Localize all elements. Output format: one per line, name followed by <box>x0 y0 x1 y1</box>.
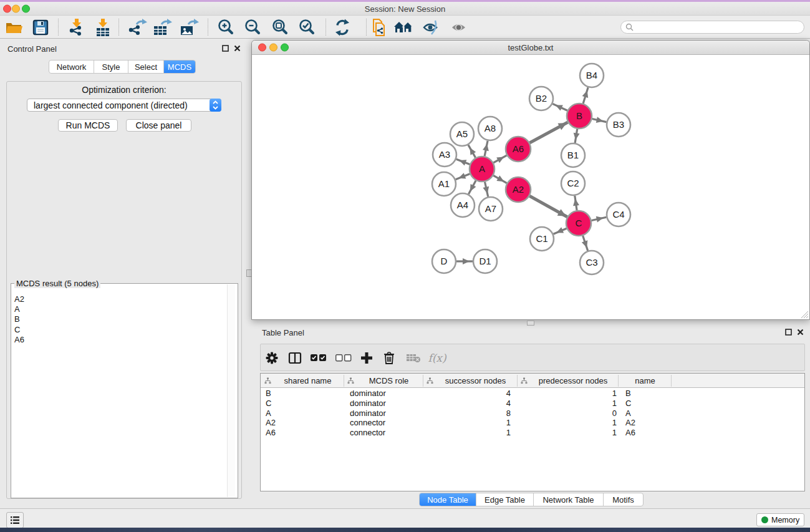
table-row[interactable]: A6connector11A6 <box>261 428 806 438</box>
tab-motifs[interactable]: Motifs <box>604 493 643 506</box>
graph-node-label: A <box>479 163 485 174</box>
column-separator <box>344 375 344 387</box>
zoom-selected-icon[interactable] <box>296 17 317 37</box>
zoom-out-icon[interactable] <box>242 17 263 37</box>
graph-node-label: A6 <box>513 143 524 154</box>
delete-rows-icon[interactable] <box>378 348 400 368</box>
tab-mcds[interactable]: MCDS <box>164 60 195 73</box>
mcds-result-item[interactable]: A2 <box>14 294 24 304</box>
graph-node-label: A1 <box>438 178 450 189</box>
table-row[interactable]: A2connector11A2 <box>261 418 806 428</box>
network-window: testGlobe.txt B4B2BB3A5A8A6B1A3AC2A1A2A4… <box>251 40 810 320</box>
network-graph[interactable]: B4B2BB3A5A8A6B1A3AC2A1A2A4A7C4CC1C3DD1 <box>252 56 809 320</box>
network-window-titlebar[interactable]: testGlobe.txt <box>252 41 809 55</box>
export-image-icon[interactable] <box>178 17 200 37</box>
memory-button[interactable]: Memory <box>756 513 804 526</box>
graph-node-label: D1 <box>479 256 491 266</box>
column-separator <box>423 375 423 387</box>
control-panel-tabs: NetworkStyleSelectMCDS <box>49 60 196 74</box>
split-handle-horizontal[interactable] <box>527 321 534 326</box>
control-panel-float-icon[interactable] <box>222 45 229 54</box>
home-view-icon[interactable] <box>393 17 415 37</box>
show-columns-icon[interactable] <box>284 348 306 368</box>
column-type-icon <box>427 377 433 384</box>
column-header[interactable]: successor nodes <box>434 376 517 385</box>
zoom-in-icon[interactable] <box>215 17 236 37</box>
mcds-result-list: A2ABCA6 <box>14 294 24 345</box>
column-header[interactable]: name <box>619 376 671 385</box>
table-row[interactable]: Bdominator41B <box>261 389 806 399</box>
search-field[interactable] <box>620 21 804 34</box>
session-title: Session: New Session <box>0 4 810 14</box>
table-cell: 1 <box>426 428 511 438</box>
tab-edge-table[interactable]: Edge Table <box>476 493 534 506</box>
copy-network-icon[interactable] <box>367 17 388 37</box>
table-cell: 1 <box>529 428 617 438</box>
mcds-result-item[interactable]: A6 <box>14 335 24 345</box>
graph-node-label: C3 <box>586 257 597 268</box>
run-mcds-button[interactable]: Run MCDS <box>58 119 118 132</box>
column-header[interactable]: shared name <box>272 376 344 385</box>
tab-select[interactable]: Select <box>128 60 164 73</box>
table-cell: connector <box>350 418 418 428</box>
column-type-icon <box>264 377 271 384</box>
table-panel-close-icon[interactable] <box>797 329 804 337</box>
graph-node-label: A7 <box>485 203 496 214</box>
graph-node-label: A3 <box>439 149 450 160</box>
open-session-icon[interactable] <box>4 17 25 37</box>
refresh-icon[interactable] <box>332 17 353 37</box>
mcds-result-item[interactable]: A <box>14 304 24 314</box>
function-builder-icon[interactable]: f(x) <box>427 348 448 368</box>
tab-network-table[interactable]: Network Table <box>534 493 604 506</box>
save-session-icon[interactable] <box>30 17 51 37</box>
table-cell: dominator <box>350 389 418 399</box>
select-all-icon[interactable] <box>308 348 329 368</box>
table-cell: 1 <box>529 399 617 409</box>
hide-selected-icon[interactable] <box>420 17 441 37</box>
export-table-icon[interactable] <box>152 17 173 37</box>
close-panel-button[interactable]: Close panel <box>126 119 191 132</box>
tab-network[interactable]: Network <box>49 60 94 73</box>
mcds-result-item[interactable]: C <box>14 325 24 335</box>
graph-node-label: B3 <box>613 119 624 130</box>
graph-node-label: A2 <box>513 184 524 195</box>
graph-node-label: B <box>576 110 582 121</box>
import-network-icon[interactable] <box>65 17 87 37</box>
table-row[interactable]: Adominator80A <box>261 409 806 418</box>
show-panels-button[interactable] <box>6 512 24 528</box>
import-table-icon[interactable] <box>92 17 113 37</box>
graph-node-label: C2 <box>567 178 579 188</box>
mcds-result-item[interactable]: B <box>14 314 24 324</box>
table-cell: 1 <box>529 389 617 399</box>
table-row[interactable]: Cdominator41C <box>261 399 806 409</box>
delete-table-icon[interactable] <box>403 348 424 368</box>
show-all-icon[interactable] <box>448 17 470 37</box>
memory-label: Memory <box>771 516 799 525</box>
search-input[interactable] <box>634 23 796 32</box>
control-panel-close-icon[interactable] <box>234 45 241 54</box>
add-row-icon[interactable] <box>356 348 377 368</box>
table-cell: B <box>266 389 340 399</box>
toolbar-separator <box>208 19 208 36</box>
graph-node-label: B2 <box>536 93 547 104</box>
table-panel-float-icon[interactable] <box>785 329 792 337</box>
zoom-fit-icon[interactable] <box>269 17 291 37</box>
column-type-icon <box>521 377 528 384</box>
tab-style[interactable]: Style <box>94 60 128 73</box>
graph-edge-arrow <box>459 160 466 165</box>
tab-node-table[interactable]: Node Table <box>420 493 476 506</box>
result-scrollbar[interactable] <box>227 284 235 497</box>
optimization-select[interactable]: largest connected component (directed) <box>27 99 221 112</box>
column-header[interactable]: MCDS role <box>355 376 423 385</box>
window-resize-grip[interactable] <box>799 309 809 319</box>
deselect-all-icon[interactable] <box>333 348 354 368</box>
node-table: shared nameMCDS rolesuccessor nodesprede… <box>260 373 805 491</box>
column-header[interactable]: predecessor nodes <box>528 376 618 385</box>
table-settings-icon[interactable] <box>261 348 282 368</box>
table-cell: connector <box>350 428 418 438</box>
table-cell: B <box>625 389 669 399</box>
export-network-icon[interactable] <box>127 17 148 37</box>
table-panel-title: Table Panel <box>262 328 304 337</box>
column-separator <box>618 375 619 387</box>
table-cell: A <box>266 409 340 418</box>
